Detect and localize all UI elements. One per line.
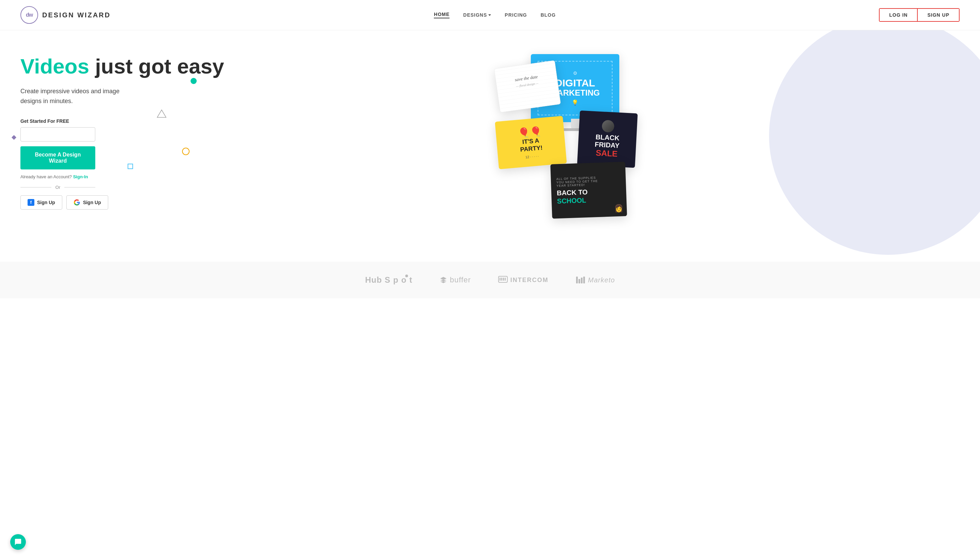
black-friday-sale: SALE bbox=[595, 148, 618, 158]
email-field[interactable] bbox=[20, 127, 95, 142]
buffer-icon bbox=[440, 276, 447, 284]
design-card-party: 🎈🎈 IT'S A PARTY! 12 · · · · · bbox=[495, 116, 567, 170]
school-card-title: Back to SCHOOL bbox=[557, 188, 588, 205]
svg-rect-3 bbox=[501, 278, 502, 281]
auth-buttons: LOG IN SIGN UP bbox=[879, 8, 960, 22]
hero-subtitle: Create impressive videos and imagedesign… bbox=[20, 87, 470, 106]
design-cards-container: ⚙ DIGITAL MARKETING 💡 save the date — fl… bbox=[490, 44, 980, 262]
nav-blog[interactable]: BLOG bbox=[541, 12, 556, 18]
design-card-back-to-school: ALL OF THE SUPPLIESYOU NEED TO GET THEYE… bbox=[550, 162, 627, 219]
signup-button[interactable]: SIGN UP bbox=[917, 9, 959, 21]
party-card-text: IT'S A PARTY! bbox=[519, 137, 543, 154]
svg-rect-7 bbox=[578, 279, 580, 283]
hero-right: ⚙ DIGITAL MARKETING 💡 save the date — fl… bbox=[490, 30, 980, 262]
brands-section: HubSpot buffer INTERCOM Marketo bbox=[0, 262, 980, 298]
hero-title-rest: just got easy bbox=[89, 55, 224, 78]
monitor-title-line1: DIGITAL bbox=[555, 77, 595, 88]
already-account-text: Already have an Account? Sign-In bbox=[20, 174, 470, 179]
header: dw DESIGN WIZARD HOME DESIGNS PRICING BL… bbox=[0, 0, 980, 30]
hero-title: Videos just got easy bbox=[20, 54, 470, 78]
design-card-black-friday: BLACKFRIDAY SALE bbox=[577, 110, 638, 168]
get-started-label: Get Started For FREE bbox=[20, 118, 470, 124]
sign-in-link[interactable]: Sign-In bbox=[73, 174, 88, 179]
brand-name: DESIGN WIZARD bbox=[42, 11, 111, 19]
design-card-save-the-date: save the date — floral design — bbox=[494, 60, 561, 113]
facebook-signup-button[interactable]: f Sign Up bbox=[20, 195, 62, 210]
brand-buffer: buffer bbox=[440, 276, 471, 284]
hero-section: Videos just got easy Create impressive v… bbox=[0, 30, 980, 262]
svg-rect-8 bbox=[581, 278, 583, 283]
svg-rect-2 bbox=[500, 278, 500, 281]
or-divider: Or bbox=[20, 185, 95, 190]
become-wizard-button[interactable]: Become A Design Wizard bbox=[20, 146, 95, 170]
brand-hubspot: HubSpot bbox=[365, 275, 412, 285]
social-buttons: f Sign Up Sign Up bbox=[20, 195, 470, 210]
hero-left: Videos just got easy Create impressive v… bbox=[0, 30, 490, 262]
login-button[interactable]: LOG IN bbox=[880, 9, 917, 21]
nav-designs[interactable]: DESIGNS bbox=[463, 12, 491, 18]
hero-title-highlight: Videos bbox=[20, 55, 89, 78]
black-friday-title: BLACKFRIDAY bbox=[595, 133, 620, 149]
marketo-icon bbox=[576, 276, 585, 284]
brand-marketo: Marketo bbox=[576, 276, 615, 284]
nav-pricing[interactable]: PRICING bbox=[505, 12, 527, 18]
logo-icon: dw bbox=[20, 6, 38, 24]
svg-rect-5 bbox=[505, 278, 506, 281]
main-nav: HOME DESIGNS PRICING BLOG bbox=[434, 12, 556, 18]
or-label: Or bbox=[55, 185, 60, 190]
google-icon bbox=[73, 199, 80, 206]
chevron-down-icon bbox=[488, 14, 491, 16]
logo-area: dw DESIGN WIZARD bbox=[20, 6, 111, 24]
nav-home[interactable]: HOME bbox=[434, 12, 450, 18]
google-signup-button[interactable]: Sign Up bbox=[67, 195, 108, 210]
svg-rect-9 bbox=[583, 277, 585, 283]
intercom-icon bbox=[498, 276, 508, 284]
brand-intercom: INTERCOM bbox=[498, 276, 548, 284]
facebook-icon: f bbox=[28, 199, 34, 206]
svg-rect-4 bbox=[503, 278, 504, 281]
svg-rect-6 bbox=[576, 277, 578, 283]
